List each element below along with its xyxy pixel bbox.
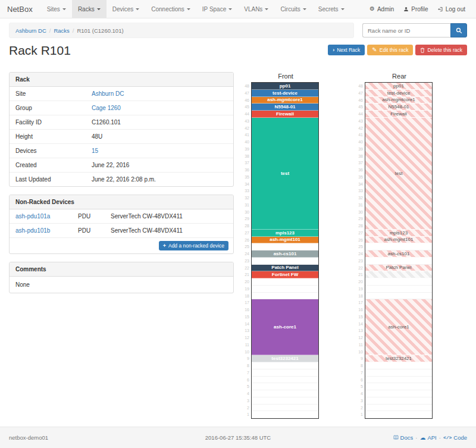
plus-icon: + (163, 243, 166, 249)
device-firewall-rear[interactable]: Firewall (365, 111, 432, 118)
unit-number: 36 (243, 167, 251, 174)
search-button[interactable] (450, 23, 467, 37)
nav-item-connections[interactable]: Connections (145, 0, 196, 18)
nav-item-devices[interactable]: Devices (107, 0, 146, 18)
nav-item-circuits[interactable]: Circuits (274, 0, 312, 18)
caret-down-icon (97, 8, 101, 10)
unit-number: 36 (356, 167, 365, 174)
unit-number: 40 (243, 139, 251, 146)
rack-attr-row-created: CreatedJune 22, 2016 (10, 158, 233, 172)
unit-number: 19 (356, 286, 365, 293)
edit-rack-button[interactable]: ✎ Edit this rack (367, 45, 413, 55)
breadcrumb-item-racks[interactable]: Racks (54, 27, 69, 34)
nav-item-label: IP Space (202, 6, 226, 12)
nav-item-sites[interactable]: Sites (41, 0, 72, 18)
attr-label: Devices (15, 148, 92, 154)
unit-number: 4 (243, 390, 251, 397)
nav-item-racks[interactable]: Racks (72, 0, 107, 18)
nav-item-log-out[interactable]: Log out (433, 0, 470, 18)
device-label: ash-core1 (388, 324, 409, 330)
unit-number: 41 (356, 131, 365, 139)
device-test-front[interactable]: test (252, 118, 318, 230)
unit-number: 11 (356, 342, 365, 349)
nav-item-ip-space[interactable]: IP Space (196, 0, 238, 18)
device-test-device-front[interactable]: test-device (252, 90, 318, 97)
footer-link-code[interactable]: </>Code (443, 434, 467, 441)
device-label: ash-core1 (274, 324, 296, 330)
next-rack-label: Next Rack (337, 47, 360, 53)
device-mpls123-rear[interactable]: mpls123 (365, 230, 432, 237)
attr-value-facility-id: C1260.101 (92, 119, 121, 126)
rack-grid-rear: pp01test-deviceash-mgmtcore1N5548-01Fire… (365, 82, 433, 419)
device-n5548-01-front[interactable]: N5548-01 (252, 104, 318, 111)
device-test-rear[interactable]: test (365, 118, 432, 230)
empty-unit (365, 369, 432, 377)
unit-number: 45 (356, 104, 365, 111)
unit-number: 24 (243, 250, 251, 258)
unit-number: 31 (243, 202, 251, 209)
add-non-racked-device-button[interactable]: + Add a non-racked device (159, 241, 228, 250)
unit-number: 35 (243, 174, 251, 181)
device-ash-mgmtcore1-rear[interactable]: ash-mgmtcore1 (365, 97, 432, 104)
attr-value-devices[interactable]: 15 (92, 148, 98, 154)
footer-hostname: netbox-demo01 (9, 434, 128, 441)
logout-icon (438, 7, 443, 12)
nav-item-profile[interactable]: Profile (399, 0, 433, 18)
device-link-ash-pdu101b[interactable]: ash-pdu101b (15, 227, 78, 234)
attr-value-site[interactable]: Ashburn DC (92, 90, 124, 97)
device-ash-mgmt101-front[interactable]: ash-mgmt101 (252, 237, 318, 244)
device-pp01-rear[interactable]: pp01 (365, 83, 432, 90)
main-content: Rack SiteAshburn DCGroupCage 1260Facilit… (0, 72, 476, 419)
device-n5548-01-rear[interactable]: N5548-01 (365, 104, 432, 111)
comments-panel: Comments None (9, 262, 234, 293)
unit-number: 21 (356, 271, 365, 278)
nav-item-vlans[interactable]: VLANs (238, 0, 274, 18)
nav-item-label: Sites (47, 6, 60, 12)
empty-unit (252, 258, 318, 265)
device-patch-panel-rear[interactable]: Patch Panel (365, 265, 432, 272)
device-ash-core1-front[interactable]: ash-core1 (252, 299, 318, 355)
unit-number: 44 (243, 111, 251, 118)
rack-elevations: Front48474645444342414039383736353433323… (234, 72, 467, 419)
device-ash-mgmt101-rear[interactable]: ash-mgmt101 (365, 237, 432, 244)
unit-number: 28 (243, 223, 251, 230)
nav-item-label: Racks (78, 6, 95, 12)
unit-number: 30 (243, 209, 251, 216)
device-mpls123-front[interactable]: mpls123 (252, 230, 318, 237)
device-test3232421-rear[interactable]: test3232421 (365, 355, 432, 362)
unit-number: 41 (243, 131, 251, 139)
device-test3232421-front[interactable]: test3232421 (252, 355, 318, 362)
search-icon (456, 27, 462, 34)
unit-number-column-rear: 4847464544434241403938373635343332313029… (356, 82, 365, 419)
footer-link-docs[interactable]: Docs (393, 434, 414, 441)
device-ash-cs101-rear[interactable]: ash-cs101 (365, 250, 432, 258)
device-label: Patch Panel (386, 265, 411, 270)
footer-link-api[interactable]: ☁API (419, 434, 436, 441)
device-firewall-front[interactable]: Firewall (252, 111, 318, 118)
breadcrumb-item-ashburn-dc[interactable]: Ashburn DC (15, 27, 46, 34)
unit-number: 43 (243, 118, 251, 125)
rack-search-input[interactable] (362, 23, 450, 37)
empty-unit (252, 383, 318, 390)
unit-number: 16 (243, 306, 251, 314)
rack-attr-row-facility-id: Facility IDC1260.101 (10, 115, 233, 129)
delete-rack-button[interactable]: Delete this rack (415, 45, 467, 55)
attr-value-group[interactable]: Cage 1260 (92, 105, 121, 111)
device-fortinet-fw-front[interactable]: Fortinet FW (252, 271, 318, 278)
device-patch-panel-front[interactable]: Patch Panel (252, 265, 318, 272)
footer-link-label: Docs (400, 434, 414, 441)
rack-attr-rows: SiteAshburn DCGroupCage 1260Facility IDC… (10, 87, 233, 186)
device-test-device-rear[interactable]: test-device (365, 90, 432, 97)
unit-number: 18 (243, 293, 251, 300)
unit-number: 32 (243, 195, 251, 202)
device-pp01-front[interactable]: pp01 (252, 83, 318, 90)
netbox-brand[interactable]: NetBox (7, 0, 41, 18)
device-ash-mgmtcore1-front[interactable]: ash-mgmtcore1 (252, 97, 318, 104)
nav-item-secrets[interactable]: Secrets (312, 0, 350, 18)
device-link-ash-pdu101a[interactable]: ash-pdu101a (15, 213, 78, 220)
device-ash-cs101-front[interactable]: ash-cs101 (252, 250, 318, 258)
nav-item-admin[interactable]: ⚙Admin (365, 0, 399, 18)
device-ash-core1-rear[interactable]: ash-core1 (365, 299, 432, 355)
empty-unit (365, 258, 432, 265)
next-rack-button[interactable]: › Next Rack (328, 45, 365, 55)
